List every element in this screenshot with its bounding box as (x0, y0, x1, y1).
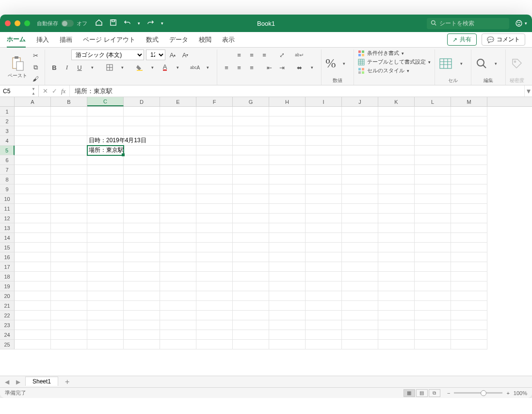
cell-G2[interactable] (233, 116, 269, 126)
cell-L14[interactable] (415, 233, 451, 243)
cell-C4[interactable]: 日時：2019年4月13日 (87, 136, 124, 146)
cell-C19[interactable] (87, 282, 124, 291)
cell-D24[interactable] (124, 330, 160, 340)
cell-D15[interactable] (124, 243, 160, 252)
cell-G3[interactable] (233, 126, 269, 136)
align-bottom-button[interactable]: ≡ (259, 50, 270, 60)
cell-I21[interactable] (306, 301, 342, 311)
cell-L16[interactable] (415, 252, 451, 262)
cell-M25[interactable] (451, 340, 487, 349)
cell-K17[interactable] (378, 262, 415, 272)
cell-F14[interactable] (196, 233, 233, 243)
editing-dropdown[interactable]: ▾ (491, 58, 501, 69)
cell-G24[interactable] (233, 330, 269, 340)
cell-J5[interactable] (342, 146, 378, 155)
cell-L11[interactable] (415, 204, 451, 214)
undo-dropdown[interactable]: ▾ (138, 21, 140, 26)
cell-I9[interactable] (306, 184, 342, 194)
column-header-D[interactable]: D (124, 97, 160, 106)
cell-J23[interactable] (342, 320, 378, 330)
cell-A3[interactable] (15, 126, 51, 136)
cell-C24[interactable] (87, 330, 124, 340)
cell-I14[interactable] (306, 233, 342, 243)
cell-I1[interactable] (306, 107, 342, 116)
cell-C8[interactable] (87, 175, 124, 184)
copy-button[interactable]: ⧉ (30, 62, 41, 73)
cell-G4[interactable] (233, 136, 269, 146)
cell-A19[interactable] (15, 282, 51, 291)
cell-E4[interactable] (160, 136, 196, 146)
home-icon[interactable] (95, 18, 103, 28)
cell-B5[interactable] (51, 146, 87, 155)
row-header-18[interactable]: 18 (0, 272, 15, 282)
underline-dropdown[interactable]: ▾ (87, 62, 97, 73)
minimize-window-button[interactable] (15, 20, 20, 26)
cell-C13[interactable] (87, 223, 124, 233)
autosave-toggle[interactable]: 自動保存 オフ (37, 20, 87, 27)
cell-H6[interactable] (269, 155, 306, 165)
cell-H1[interactable] (269, 107, 306, 116)
comment-button[interactable]: 💬コメント (482, 33, 525, 46)
save-icon[interactable] (110, 19, 117, 28)
cell-F15[interactable] (196, 243, 233, 252)
cell-M13[interactable] (451, 223, 487, 233)
cell-A2[interactable] (15, 116, 51, 126)
cell-L2[interactable] (415, 116, 451, 126)
cell-J18[interactable] (342, 272, 378, 282)
cell-B8[interactable] (51, 175, 87, 184)
cell-M5[interactable] (451, 146, 487, 155)
cell-B19[interactable] (51, 282, 87, 291)
cell-K20[interactable] (378, 291, 415, 301)
cell-D20[interactable] (124, 291, 160, 301)
cell-A5[interactable] (15, 146, 51, 155)
column-header-J[interactable]: J (342, 97, 378, 106)
cell-G22[interactable] (233, 311, 269, 320)
cancel-formula-button[interactable]: ✕ (43, 87, 48, 95)
tab-draw[interactable]: 描画 (60, 33, 72, 47)
cell-L4[interactable] (415, 136, 451, 146)
cell-M20[interactable] (451, 291, 487, 301)
cell-F10[interactable] (196, 194, 233, 204)
cell-G9[interactable] (233, 184, 269, 194)
cell-F1[interactable] (196, 107, 233, 116)
cell-L15[interactable] (415, 243, 451, 252)
page-layout-view-button[interactable]: ▤ (416, 389, 428, 397)
cell-J14[interactable] (342, 233, 378, 243)
cell-H11[interactable] (269, 204, 306, 214)
cell-I19[interactable] (306, 282, 342, 291)
cell-B18[interactable] (51, 272, 87, 282)
cell-K9[interactable] (378, 184, 415, 194)
cell-H18[interactable] (269, 272, 306, 282)
cell-F22[interactable] (196, 311, 233, 320)
cell-D8[interactable] (124, 175, 160, 184)
font-name-select[interactable]: 游ゴシック (本文) (71, 50, 144, 60)
increase-indent-button[interactable]: ⇥ (276, 62, 287, 73)
cut-button[interactable]: ✂ (30, 50, 41, 61)
row-header-21[interactable]: 21 (0, 301, 15, 311)
cell-H3[interactable] (269, 126, 306, 136)
cell-B20[interactable] (51, 291, 87, 301)
cell-C7[interactable] (87, 165, 124, 175)
font-color-button[interactable]: A (160, 62, 170, 73)
align-left-button[interactable]: ≡ (221, 62, 232, 73)
cell-D21[interactable] (124, 301, 160, 311)
phonetic-button[interactable]: abcA (190, 62, 200, 73)
cell-J12[interactable] (342, 214, 378, 223)
cell-K18[interactable] (378, 272, 415, 282)
cell-F11[interactable] (196, 204, 233, 214)
cell-A15[interactable] (15, 243, 51, 252)
row-header-11[interactable]: 11 (0, 204, 15, 214)
cell-E22[interactable] (160, 311, 196, 320)
cell-M6[interactable] (451, 155, 487, 165)
row-header-22[interactable]: 22 (0, 311, 15, 320)
tab-review[interactable]: 校閲 (199, 33, 211, 47)
cell-B12[interactable] (51, 214, 87, 223)
cell-K3[interactable] (378, 126, 415, 136)
cell-G20[interactable] (233, 291, 269, 301)
cell-C14[interactable] (87, 233, 124, 243)
cell-M12[interactable] (451, 214, 487, 223)
cell-G25[interactable] (233, 340, 269, 349)
cell-I12[interactable] (306, 214, 342, 223)
cell-A11[interactable] (15, 204, 51, 214)
cell-I24[interactable] (306, 330, 342, 340)
